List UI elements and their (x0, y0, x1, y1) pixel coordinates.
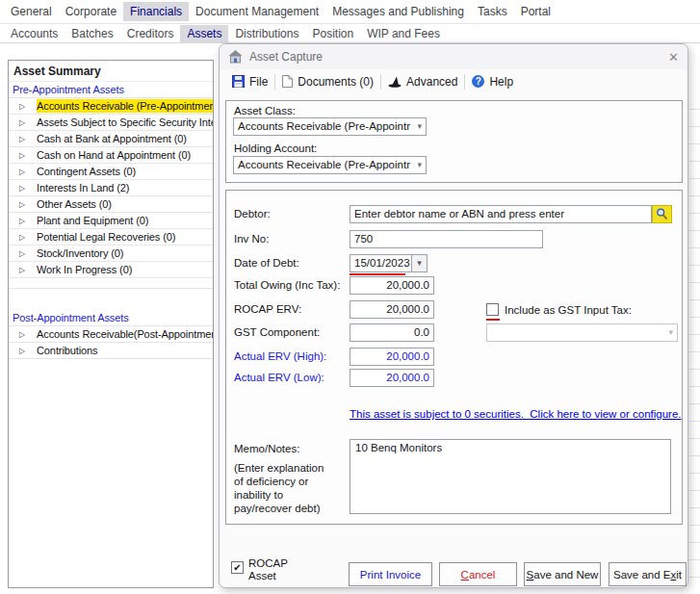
expander-icon[interactable]: ▷ (19, 151, 25, 160)
tree-group-pre-appointment[interactable]: Pre-Appointment Assets (9, 82, 213, 98)
dialog-toolbar: File Documents (0) Advanced ? Help (220, 69, 687, 93)
rocap-erv-input[interactable]: 20,000.0 (350, 300, 434, 319)
tree-item-label: Assets Subject to Specific Security Inte… (37, 116, 213, 128)
debtor-input[interactable]: Enter debtor name or ABN and press enter (350, 205, 652, 223)
help-icon: ? (472, 75, 484, 88)
tree-item-cash-on-hand[interactable]: ▷ Cash on Hand at Appointment (0) (9, 147, 213, 164)
tab-distributions[interactable]: Distributions (228, 25, 305, 42)
debtor-label: Debtor: (234, 208, 271, 220)
save-floppy-icon (232, 75, 245, 88)
tree-item-assets-specific-security[interactable]: ▷ Assets Subject to Specific Security In… (9, 115, 213, 131)
tree-item-potential-legal-recoveries[interactable]: ▷ Potential Legal Recoveries (0) (9, 229, 213, 245)
tree-item-label: Accounts Receivable (Pre-Appointment) (37, 99, 213, 113)
expander-icon[interactable]: ▷ (19, 249, 25, 258)
cancel-rest: ancel (469, 569, 496, 581)
tab-assets[interactable]: Assets (180, 25, 228, 42)
gst-component-input[interactable]: 0.0 (350, 323, 434, 342)
financials-tabbar: Accounts Batches Creditors Assets Distri… (0, 25, 700, 43)
tab-batches[interactable]: Batches (65, 25, 119, 42)
expander-icon[interactable]: ▷ (19, 347, 25, 355)
tab-accounts[interactable]: Accounts (4, 25, 65, 42)
menu-messages-publishing[interactable]: Messages and Publishing (325, 2, 471, 21)
expander-icon[interactable]: ▷ (19, 102, 25, 111)
documents-button[interactable]: Documents (0) (275, 75, 380, 89)
expander-icon[interactable]: ▷ (19, 184, 25, 193)
expander-icon[interactable]: ▷ (19, 168, 25, 176)
asset-class-select[interactable]: Accounts Receivable (Pre-Appointr ▾ (233, 117, 427, 136)
expander-icon[interactable]: ▷ (19, 118, 25, 127)
help-button[interactable]: ? Help (465, 75, 520, 89)
tree-item-label: Cash at Bank at Appointment (0) (37, 133, 187, 144)
tree-gap (9, 289, 213, 310)
tab-position[interactable]: Position (305, 25, 360, 42)
total-owing-label: Total Owing (Inc Tax): (234, 279, 340, 291)
file-menu-button[interactable]: File (225, 75, 274, 89)
gst-tax-code-select[interactable]: ▾ (486, 323, 678, 342)
tree-item-contributions[interactable]: ▷ Contributions (9, 343, 213, 359)
tree-item-label: Contingent Assets (0) (37, 166, 136, 177)
tree-item-label: Potential Legal Recoveries (0) (37, 231, 175, 243)
expander-icon[interactable]: ▷ (19, 266, 25, 274)
asset-class-label: Asset Class: (234, 105, 296, 116)
rocap-erv-label: ROCAP ERV: (234, 303, 301, 315)
save-new-mnemonic: S (527, 569, 534, 581)
menu-general[interactable]: General (4, 2, 59, 21)
total-owing-input[interactable]: 20,000.0 (350, 276, 434, 295)
menu-corporate[interactable]: Corporate (59, 2, 123, 21)
tab-wip-and-fees[interactable]: WIP and Fees (360, 25, 447, 42)
menu-financials[interactable]: Financials (123, 2, 189, 21)
expander-icon[interactable]: ▷ (19, 135, 25, 143)
close-icon[interactable]: ✕ (668, 51, 679, 64)
chevron-down-icon: ▾ (417, 122, 422, 131)
tree-item-other-assets[interactable]: ▷ Other Assets (0) (9, 196, 213, 213)
debt-details-groupbox: Debtor: Enter debtor name or ABN and pre… (225, 190, 683, 525)
expander-icon[interactable]: ▷ (19, 217, 25, 225)
asset-summary-panel: Asset Summary Pre-Appointment Assets ▷ A… (8, 60, 214, 588)
tree-item-accounts-receivable-post[interactable]: ▷ Accounts Receivable(Post-Appointment) (9, 326, 213, 343)
tree-empty-row (9, 278, 213, 289)
debtor-search-button[interactable] (652, 205, 672, 223)
expander-icon[interactable]: ▷ (19, 233, 25, 242)
actual-erv-low-input[interactable]: 20,000.0 (350, 369, 434, 387)
holding-account-value: Accounts Receivable (Pre-Appointr (238, 159, 410, 170)
rocap-asset-checkbox[interactable]: ✔ (231, 561, 244, 574)
holding-account-select[interactable]: Accounts Receivable (Pre-Appointr ▾ (233, 156, 427, 174)
securities-link[interactable]: This asset is subject to 0 securities. C… (350, 408, 682, 420)
expander-icon[interactable]: ▷ (19, 330, 25, 339)
tree-item-label: Stock/Inventory (0) (37, 247, 123, 259)
print-invoice-button[interactable]: Print Invoice (349, 562, 432, 586)
expander-icon[interactable]: ▷ (19, 200, 25, 209)
tab-creditors[interactable]: Creditors (120, 25, 181, 42)
tree-item-work-in-progress[interactable]: ▷ Work In Progress (0) (9, 262, 213, 278)
chevron-down-icon: ▾ (668, 328, 673, 337)
save-and-exit-button[interactable]: Save and Exit (609, 562, 687, 586)
date-validation-underline (350, 273, 405, 275)
tree-item-stock-inventory[interactable]: ▷ Stock/Inventory (0) (9, 245, 213, 262)
tree-item-cash-at-bank[interactable]: ▷ Cash at Bank at Appointment (0) (9, 131, 213, 147)
tree-group-label: Pre-Appointment Assets (13, 84, 124, 95)
menu-portal[interactable]: Portal (514, 2, 557, 21)
save-and-new-button[interactable]: Save and New (524, 562, 601, 586)
date-of-debt-input[interactable]: 15/01/2023 (350, 254, 412, 272)
tree-item-accounts-receivable-pre[interactable]: ▷ Accounts Receivable (Pre-Appointment) (9, 98, 213, 115)
inv-no-input[interactable]: 750 (350, 230, 543, 248)
tree-item-plant-equipment[interactable]: ▷ Plant and Equipment (0) (9, 213, 213, 229)
advanced-button[interactable]: Advanced (381, 75, 464, 89)
gst-input-tax-checkbox[interactable] (486, 303, 499, 316)
menu-document-management[interactable]: Document Management (189, 2, 325, 21)
tree-item-contingent-assets[interactable]: ▷ Contingent Assets (0) (9, 164, 213, 180)
tree-item-label: Other Assets (0) (37, 198, 112, 210)
main-menubar: General Corporate Financials Document Ma… (0, 0, 700, 24)
tree-group-post-appointment[interactable]: Post-Appointment Assets (9, 310, 213, 326)
cancel-mnemonic: C (461, 569, 469, 581)
chevron-down-icon: ▾ (417, 161, 422, 169)
cancel-button[interactable]: Cancel (439, 562, 517, 586)
memo-notes-textarea[interactable]: 10 Benq Monitors (350, 439, 671, 514)
actual-erv-high-input[interactable]: 20,000.0 (350, 348, 434, 366)
document-icon (282, 75, 293, 88)
save-exit-rest: it (676, 569, 682, 581)
date-picker-button[interactable]: ▾ (411, 254, 428, 272)
tree-item-interests-in-land[interactable]: ▷ Interests In Land (2) (9, 180, 213, 196)
menu-tasks[interactable]: Tasks (471, 2, 514, 21)
inv-no-label: Inv No: (234, 233, 269, 245)
